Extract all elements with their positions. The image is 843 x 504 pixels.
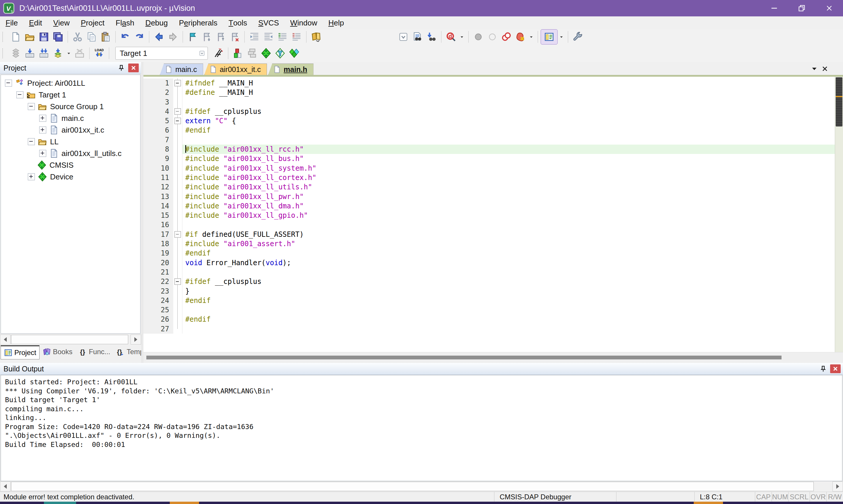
code-line-11[interactable]: 11#include "air001xx_ll_cortex.h" (143, 173, 835, 182)
pin-button[interactable] (818, 364, 828, 373)
breakpoint-kill-all-button[interactable] (514, 30, 527, 43)
code-line-24[interactable]: 24#endif (143, 296, 835, 305)
paste-button[interactable] (98, 30, 113, 43)
code-line-1[interactable]: 1#ifndef __MAIN_H (143, 78, 835, 88)
debug-session-button[interactable] (231, 47, 245, 60)
close-document-button[interactable] (820, 65, 830, 73)
menu-item-svcs[interactable]: SVCS (253, 16, 285, 29)
undo-button[interactable] (118, 30, 132, 43)
redo-button[interactable] (132, 30, 146, 43)
comment-button[interactable] (275, 30, 289, 43)
select-packs-button[interactable] (273, 47, 287, 60)
search-select-button[interactable] (396, 30, 410, 43)
editor-vscrollbar[interactable] (835, 77, 843, 352)
code-line-15[interactable]: 15#include "air001xx_ll_gpio.h" (143, 211, 835, 220)
code-line-19[interactable]: 19#endif (143, 249, 835, 258)
nav-forward-button[interactable] (166, 30, 180, 43)
save-button[interactable] (37, 30, 51, 43)
code-text[interactable]: #endif (182, 296, 835, 305)
scroll-left-button[interactable] (0, 482, 11, 491)
expand-plus-icon[interactable] (39, 126, 46, 133)
target-options-button[interactable] (211, 47, 226, 60)
bookmark-prev-button[interactable] (214, 30, 228, 43)
code-line-5[interactable]: 5extern "C" { (143, 116, 835, 126)
scroll-thumb[interactable] (11, 482, 814, 491)
dropdown-caret-button[interactable] (527, 30, 535, 43)
configure-editor-button[interactable] (309, 30, 323, 43)
tree-item-air001xx-it-c[interactable]: air001xx_it.c (1, 124, 140, 136)
dropdown-caret-button[interactable] (558, 30, 565, 43)
scroll-left-button[interactable] (0, 335, 11, 344)
code-text[interactable]: #include "air001xx_ll_bus.h" (182, 154, 835, 163)
bookmark-toggle-button[interactable] (185, 30, 200, 43)
code-line-16[interactable]: 16 (143, 220, 835, 230)
menu-item-help[interactable]: Help (323, 16, 349, 29)
nav-back-button[interactable] (152, 30, 166, 43)
fold-collapse-icon[interactable] (175, 118, 181, 124)
collapse-minus-icon[interactable] (16, 91, 23, 98)
code-text[interactable]: #include "air001xx_ll_dma.h" (182, 201, 835, 211)
tree-item-ll[interactable]: LL (1, 136, 140, 147)
cut-button[interactable] (71, 30, 85, 43)
code-text[interactable]: #include "air001xx_ll_utils.h" (182, 182, 835, 192)
code-line-22[interactable]: 22#ifdef __cplusplus (143, 277, 835, 286)
tree-item-target-1[interactable]: Target 1 (1, 89, 140, 101)
fold-collapse-icon[interactable] (175, 231, 181, 238)
menu-item-edit[interactable]: Edit (23, 16, 48, 29)
code-text[interactable] (182, 220, 835, 230)
outdent-button[interactable] (262, 30, 275, 43)
breakpoint-disable-all-button[interactable] (499, 30, 514, 43)
editor-tab-main-c[interactable]: main.c (160, 64, 203, 75)
code-line-8[interactable]: 8#include "air001xx_ll_rcc.h" (143, 145, 835, 154)
toolbar-drag-handle[interactable] (2, 48, 6, 58)
target-select[interactable]: Target 1 (115, 47, 208, 60)
editor-tab-air001xx-it-c[interactable]: air001xx_it.c (204, 64, 267, 75)
tree-item-main-c[interactable]: main.c (1, 112, 140, 124)
rebuild-button[interactable] (37, 47, 51, 60)
code-line-23[interactable]: 23} (143, 287, 835, 296)
close-panel-button[interactable] (128, 64, 139, 72)
collapse-minus-icon[interactable] (5, 79, 12, 87)
close-panel-button[interactable] (830, 364, 841, 373)
menu-item-view[interactable]: View (48, 16, 75, 29)
collapse-minus-icon[interactable] (28, 103, 35, 110)
scroll-thumb[interactable] (11, 335, 128, 344)
download-button[interactable]: LOAD (92, 47, 106, 60)
code-text[interactable]: #ifdef __cplusplus (182, 107, 835, 116)
code-text[interactable]: #include "air001xx_ll_rcc.h" (182, 145, 835, 154)
new-file-button[interactable] (9, 30, 23, 43)
incremental-find-button[interactable]: d (444, 30, 458, 43)
code-text[interactable]: extern "C" { (182, 116, 835, 126)
menu-item-flash[interactable]: Flash (110, 16, 140, 29)
code-text[interactable] (182, 135, 835, 145)
code-line-9[interactable]: 9#include "air001xx_ll_bus.h" (143, 154, 835, 163)
breakpoint-enable-button[interactable] (485, 30, 499, 43)
editor-tab-main-h[interactable]: main.h (268, 64, 313, 75)
build-hscrollbar[interactable] (0, 481, 843, 492)
code-editor[interactable]: 1#ifndef __MAIN_H2#define __MAIN_H34#ifd… (143, 77, 843, 352)
pin-button[interactable] (116, 64, 126, 72)
scroll-right-button[interactable] (832, 482, 843, 491)
manage-rte-button[interactable] (259, 47, 273, 60)
code-line-4[interactable]: 4#ifdef __cplusplus (143, 107, 835, 116)
stop-build-button[interactable] (73, 47, 87, 60)
tree-item-air001xx-ll-utils-c[interactable]: air001xx_ll_utils.c (1, 147, 140, 159)
dropdown-caret-button[interactable] (65, 47, 73, 60)
window-list-button[interactable] (541, 29, 558, 44)
code-text[interactable]: void Error_Handler(void); (182, 258, 835, 268)
indent-button[interactable] (247, 30, 262, 43)
code-line-20[interactable]: 20void Error_Handler(void); (143, 258, 835, 268)
code-line-26[interactable]: 26#endif (143, 314, 835, 324)
code-line-25[interactable]: 25 (143, 305, 835, 314)
code-line-17[interactable]: 17#if defined(USE_FULL_ASSERT) (143, 230, 835, 239)
bookmark-clear-button[interactable] (228, 30, 242, 43)
code-line-18[interactable]: 18#include "air001_assert.h" (143, 239, 835, 249)
open-folder-button[interactable] (23, 30, 37, 43)
code-text[interactable]: #include "air001xx_ll_pwr.h" (182, 192, 835, 201)
translate-button[interactable] (9, 47, 23, 60)
code-line-21[interactable]: 21 (143, 268, 835, 277)
code-text[interactable]: #include "air001xx_ll_cortex.h" (182, 173, 835, 182)
close-window-button[interactable] (815, 0, 843, 16)
panel-tab-project[interactable]: Project (1, 345, 39, 359)
dropdown-caret-button[interactable] (458, 30, 466, 43)
